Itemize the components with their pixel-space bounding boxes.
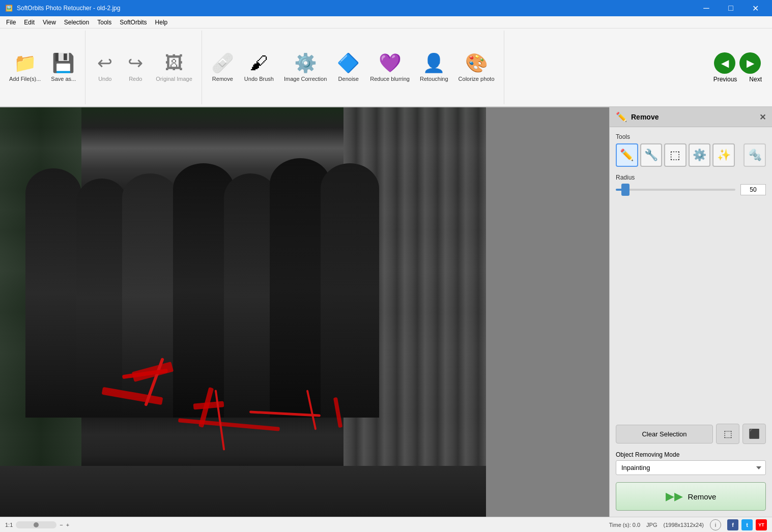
app-icon: 🖼️ [5, 5, 13, 12]
youtube-icon[interactable]: YT [756, 519, 767, 530]
status-bar: 1:1 − + Time (s): 0.0 JPG (1998x1312x24)… [0, 517, 772, 532]
twitter-icon[interactable]: t [741, 519, 753, 530]
zoom-icon-minus: − [60, 522, 63, 528]
mode-label: Object Removing Mode [616, 451, 766, 458]
image-correction-button[interactable]: ⚙️ Image Correction [279, 49, 332, 85]
zoom-thumb [34, 522, 39, 527]
title-bar-controls: ─ □ ✕ [695, 0, 767, 16]
add-files-label: Add File(s)... [9, 76, 41, 82]
tools-label: Tools [616, 133, 766, 140]
radius-input[interactable] [740, 184, 766, 195]
nav-labels: Previous Next [713, 76, 762, 83]
redo-button[interactable]: ↪ Redo [120, 49, 151, 85]
mode-select[interactable]: Inpainting Content-Aware Smart Fill [616, 460, 766, 475]
invert-selection-button[interactable]: ⬛ [742, 424, 766, 444]
select-all-button[interactable]: ⬚ [716, 424, 739, 444]
title-bar-left: 🖼️ SoftOrbits Photo Retoucher - old-2.jp… [5, 5, 120, 12]
colorize-button[interactable]: 🎨 Colorize photo [453, 49, 500, 85]
title-bar: 🖼️ SoftOrbits Photo Retoucher - old-2.jp… [0, 0, 772, 16]
toolbar-group-files: 📁 Add File(s)... 💾 Save as... [0, 31, 85, 104]
menu-tools[interactable]: Tools [93, 16, 116, 28]
radius-section: Radius [616, 174, 766, 195]
menu-edit[interactable]: Edit [20, 16, 39, 28]
magic-wand-tool-button[interactable]: ⚙️ [689, 143, 711, 167]
radius-row [616, 184, 766, 195]
info-button[interactable]: i [710, 519, 721, 530]
menu-help[interactable]: Help [151, 16, 172, 28]
reduce-blurring-button[interactable]: 💜 Reduce blurring [365, 49, 415, 85]
spacer [616, 202, 766, 417]
save-as-button[interactable]: 💾 Save as... [46, 49, 81, 85]
toolbox-body: Tools ✏️ 🔧 ⬚ ⚙️ ✨ 🔩 Radius [610, 127, 772, 517]
undo-label: Undo [98, 76, 111, 82]
status-right: Time (s): 0.0 JPG (1998x1312x24) i f t Y… [609, 519, 767, 530]
menu-softorbits[interactable]: SoftOrbits [116, 16, 151, 28]
maximize-button[interactable]: □ [719, 0, 742, 16]
add-files-button[interactable]: 📁 Add File(s)... [4, 49, 46, 85]
slider-thumb[interactable] [621, 184, 630, 196]
time-display: Time (s): 0.0 [609, 522, 640, 528]
main-content: ✏️ Remove ✕ Tools ✏️ 🔧 ⬚ ⚙️ ✨ 🔩 [0, 107, 772, 517]
next-button[interactable]: ▶ [739, 52, 761, 74]
remove-icon: 🩹 [211, 52, 234, 74]
retouching-label: Retouching [420, 76, 448, 82]
previous-label: Previous [713, 76, 737, 83]
menu-view[interactable]: View [39, 16, 60, 28]
original-image-button[interactable]: 🖼 Original Image [151, 49, 197, 85]
clear-selection-button[interactable]: Clear Selection [616, 425, 713, 444]
toolbar-group-tools: 🩹 Remove 🖌 Undo Brush ⚙️ Image Correctio… [202, 31, 504, 104]
toolbox-header: ✏️ Remove ✕ [610, 107, 772, 127]
remove-action-label: Remove [688, 492, 717, 501]
toolbar-nav: ◀ ▶ Previous Next [703, 31, 772, 104]
zoom-slider[interactable] [16, 521, 56, 528]
slider-track [616, 189, 735, 191]
rect-select-tool-button[interactable]: ⬚ [664, 143, 687, 167]
photo-container [0, 107, 486, 517]
facebook-icon[interactable]: f [727, 519, 738, 530]
canvas-area[interactable] [0, 107, 609, 517]
remove-label: Remove [212, 76, 233, 82]
save-as-label: Save as... [51, 76, 76, 82]
redo-icon: ↪ [128, 52, 143, 74]
denoise-button[interactable]: 🔷 Denoise [332, 49, 365, 85]
reduce-blurring-icon: 💜 [379, 52, 402, 74]
remove-action-button[interactable]: ▶▶ Remove [616, 482, 766, 511]
undo-icon: ↩ [97, 52, 112, 74]
toolbox-close-button[interactable]: ✕ [759, 112, 766, 122]
minimize-button[interactable]: ─ [695, 0, 718, 16]
toolbox-remove-icon: ✏️ [616, 111, 627, 123]
undo-brush-label: Undo Brush [244, 76, 274, 82]
menu-selection[interactable]: Selection [60, 16, 93, 28]
denoise-icon: 🔷 [337, 52, 360, 74]
save-as-icon: 💾 [52, 52, 75, 74]
dimensions-display: (1998x1312x24) [663, 522, 704, 528]
clear-selection-row: Clear Selection ⬚ ⬛ [616, 424, 766, 444]
toolbar: 📁 Add File(s)... 💾 Save as... ↩ Undo ↪ R… [0, 28, 772, 107]
toolbox-panel: ✏️ Remove ✕ Tools ✏️ 🔧 ⬚ ⚙️ ✨ 🔩 [609, 107, 772, 517]
mode-section: Object Removing Mode Inpainting Content-… [616, 451, 766, 475]
stamp-tool-button[interactable]: 🔩 [744, 143, 766, 167]
menu-file[interactable]: File [2, 16, 20, 28]
radius-slider-container[interactable] [616, 185, 735, 195]
nav-arrows: ◀ ▶ [714, 52, 761, 74]
remove-button[interactable]: 🩹 Remove [206, 49, 239, 85]
retouching-button[interactable]: 👤 Retouching [415, 49, 453, 85]
window-title: SoftOrbits Photo Retoucher - old-2.jpg [17, 5, 120, 12]
colorize-label: Colorize photo [459, 76, 495, 82]
retouching-icon: 👤 [422, 52, 445, 74]
radius-label: Radius [616, 174, 766, 181]
brush-tool-button[interactable]: ✏️ [616, 143, 638, 167]
auto-tool-button[interactable]: ✨ [712, 143, 735, 167]
eraser-tool-button[interactable]: 🔧 [640, 143, 663, 167]
remove-arrow-icon: ▶▶ [666, 490, 683, 503]
toolbox-title: Remove [631, 113, 659, 121]
close-button[interactable]: ✕ [744, 0, 767, 16]
undo-brush-button[interactable]: 🖌 Undo Brush [239, 49, 279, 85]
previous-button[interactable]: ◀ [714, 52, 735, 74]
menu-bar: File Edit View Selection Tools SoftOrbit… [0, 16, 772, 28]
next-label: Next [749, 76, 762, 83]
redo-label: Redo [129, 76, 142, 82]
status-zoom: 1:1 − + [5, 521, 69, 528]
add-files-icon: 📁 [14, 52, 37, 74]
undo-button[interactable]: ↩ Undo [90, 49, 120, 85]
